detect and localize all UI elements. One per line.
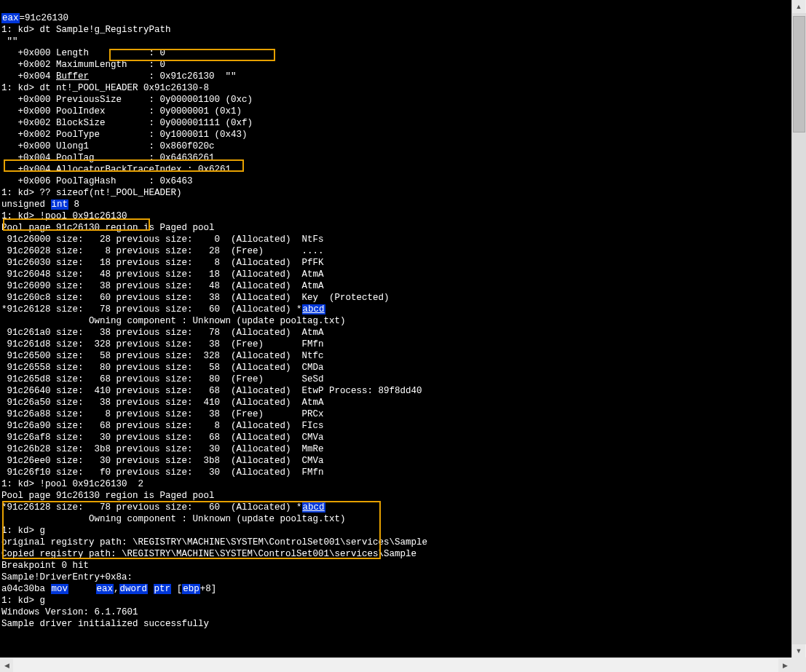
cmd-dt-registrypath: 1: kd> dt Sample!g_RegistryPath <box>1 25 171 35</box>
pool-entry-match: *91c26128 size: 78 previous size: 60 (Al… <box>1 304 302 315</box>
pool-entry: 91c26090 size: 38 previous size: 48 (All… <box>1 281 324 291</box>
cmd-go: 1: kd> g <box>1 526 45 536</box>
pool-entry: 91c26030 size: 18 previous size: 8 (Allo… <box>1 258 324 268</box>
pool-region-header: Pool page 91c26130 region is Paged pool <box>1 491 215 501</box>
out-line-symbol: Sample!DriverEntry+0x8a: <box>1 572 133 582</box>
pool-entry: 91c26af8 size: 30 previous size: 68 (All… <box>1 432 324 443</box>
pool-entry: 91c26048 size: 48 previous size: 18 (All… <box>1 269 324 280</box>
vertical-scrollbar[interactable]: ▲ ▼ <box>791 0 806 657</box>
out-line: +0x000 Ulong1 : 0x860f020c <box>1 141 215 151</box>
pool-entry: 91c26f10 size: f0 previous size: 30 (All… <box>1 467 324 478</box>
field-link-buffer[interactable]: Buffer <box>56 71 89 82</box>
out-line: +0x006 PoolTagHash : 0x6463 <box>1 176 193 186</box>
out-line-pooltag: +0x004 PoolTag : 0x64636261 <box>1 153 215 163</box>
horizontal-scrollbar[interactable]: ◀ ▶ <box>0 657 791 672</box>
chevron-up-icon: ▲ <box>796 3 802 10</box>
chevron-down-icon: ▼ <box>796 647 802 655</box>
scroll-up-button[interactable]: ▲ <box>792 0 805 13</box>
pool-entry-match: *91c26128 size: 78 previous size: 60 (Al… <box>1 502 302 513</box>
keyword-dword: dword <box>119 584 149 594</box>
scrollbar-track[interactable] <box>792 13 806 644</box>
pool-entry: 91c26b28 size: 3b8 previous size: 30 (Al… <box>1 444 324 454</box>
register-eax: eax <box>1 13 20 23</box>
out-line-winver: Windows Version: 6.1.7601 <box>1 607 138 617</box>
register-eax: eax <box>96 584 114 594</box>
out-line: +0x000 PoolIndex : 0y0000001 (0x1) <box>1 106 242 116</box>
pool-entry: 91c261a0 size: 38 previous size: 78 (All… <box>1 328 324 338</box>
pool-entry: 91c26a50 size: 38 previous size: 410 (Al… <box>1 398 324 408</box>
pool-entry: 91c260c8 size: 60 previous size: 38 (All… <box>1 293 390 303</box>
keyword-ptr: ptr <box>154 584 172 594</box>
cmd-pool: 1: kd> !pool 0x91c26130 <box>1 211 127 221</box>
comma: , <box>114 584 119 594</box>
out-line: +0x002 PoolType : 0y1000011 (0x43) <box>1 130 248 140</box>
disasm-addr: a04c30ba <box>1 584 51 594</box>
scrollbar-corner <box>791 657 806 672</box>
out-line: +0x002 MaximumLength : 0 <box>1 60 165 70</box>
register-value: =91c26130 <box>20 13 69 23</box>
out-line-regpath-copied: Copied registry path: \REGISTRY\MACHINE\… <box>1 549 416 559</box>
pool-entry: 91c261d8 size: 328 previous size: 38 (Fr… <box>1 339 324 349</box>
keyword-int: int <box>51 199 69 210</box>
out-line: +0x000 PreviousSize : 0y000001100 (0xc) <box>1 95 253 105</box>
cmd-go: 1: kd> g <box>1 596 45 606</box>
out-line: +0x004 AllocatorBackTraceIndex : 0x6261 <box>1 165 231 175</box>
pool-entry: 91c26000 size: 28 previous size: 0 (Allo… <box>1 234 324 245</box>
bracket: [ <box>171 584 182 594</box>
keyword-mov: mov <box>51 584 69 594</box>
register-ebp: ebp <box>182 584 200 594</box>
out-line-regpath-original: original registry path: \REGISTRY\MACHIN… <box>1 537 427 548</box>
scrollbar-thumb[interactable] <box>793 16 805 133</box>
pool-entry: 91c26a90 size: 68 previous size: 8 (Allo… <box>1 421 324 431</box>
out-line: +0x000 Length : 0 <box>1 48 165 58</box>
out-line: "" <box>1 36 18 47</box>
pool-entry: 91c26558 size: 80 previous size: 58 (All… <box>1 363 324 373</box>
scroll-right-button[interactable]: ▶ <box>778 659 791 672</box>
out-line: 8 <box>68 199 79 210</box>
out-line-init-success: Sample driver initialized successfully <box>1 619 209 629</box>
pool-owning-component: Owning component : Unknown (update poolt… <box>1 514 346 524</box>
cmd-dt-poolheader: 1: kd> dt nt!_POOL_HEADER 0x91c26130-8 <box>1 83 209 93</box>
scroll-left-button[interactable]: ◀ <box>0 659 13 672</box>
chevron-right-icon: ▶ <box>783 662 788 669</box>
pool-entry: 91c26ee0 size: 30 previous size: 3b8 (Al… <box>1 456 324 466</box>
chevron-left-icon: ◀ <box>4 662 9 669</box>
cmd-pool-2: 1: kd> !pool 0x91c26130 2 <box>1 479 143 489</box>
pool-entry: 91c265d8 size: 68 previous size: 80 (Fre… <box>1 374 324 384</box>
debugger-window: eax=91c26130 1: kd> dt Sample!g_Registry… <box>0 0 806 672</box>
pool-region-header: Pool page 91c26130 region is Paged pool <box>1 223 215 233</box>
out-line: +0x004 <box>1 71 56 82</box>
out-line: : 0x91c26130 "" <box>89 71 237 82</box>
debugger-output[interactable]: eax=91c26130 1: kd> dt Sample!g_Registry… <box>0 0 791 657</box>
spacer <box>68 584 96 594</box>
pool-tag-abcd[interactable]: abcd <box>302 304 325 315</box>
out-line-breakpoint: Breakpoint 0 hit <box>1 561 89 571</box>
out-line: unsigned <box>1 199 51 210</box>
pool-tag-abcd[interactable]: abcd <box>302 502 325 513</box>
spacer <box>148 584 154 594</box>
cmd-sizeof: 1: kd> ?? sizeof(nt!_POOL_HEADER) <box>1 188 182 198</box>
out-line: +0x002 BlockSize : 0y000001111 (0xf) <box>1 118 253 128</box>
pool-entry: 91c26028 size: 8 previous size: 28 (Free… <box>1 246 324 256</box>
pool-entry: 91c26500 size: 58 previous size: 328 (Al… <box>1 351 324 361</box>
pool-entry: 91c26a88 size: 8 previous size: 38 (Free… <box>1 409 324 419</box>
pool-owning-component: Owning component : Unknown (update poolt… <box>1 316 346 326</box>
scroll-down-button[interactable]: ▼ <box>792 644 805 657</box>
pool-entry: 91c26640 size: 410 previous size: 68 (Al… <box>1 386 422 396</box>
bracket: +8] <box>200 584 217 594</box>
